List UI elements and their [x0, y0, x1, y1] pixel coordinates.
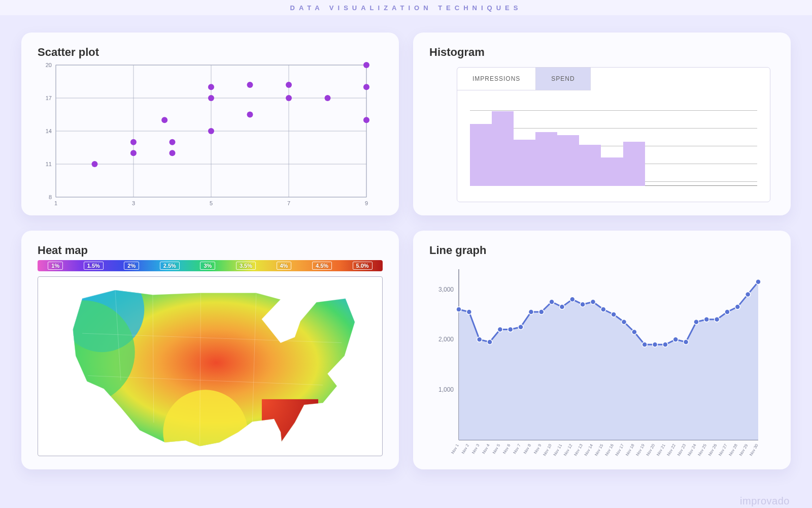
svg-point-34: [325, 95, 331, 101]
svg-point-60: [580, 302, 585, 307]
svg-text:Nov 2: Nov 2: [461, 443, 470, 455]
svg-text:Nov 15: Nov 15: [594, 443, 604, 457]
svg-text:17: 17: [46, 95, 52, 101]
svg-text:Nov 12: Nov 12: [563, 443, 573, 457]
histogram-body: [457, 91, 770, 202]
svg-point-50: [477, 337, 482, 342]
svg-text:Nov 14: Nov 14: [584, 443, 594, 457]
svg-text:14: 14: [46, 128, 52, 134]
svg-text:20: 20: [46, 62, 52, 68]
svg-text:Nov 20: Nov 20: [646, 443, 656, 457]
svg-text:7: 7: [287, 200, 290, 206]
heatmap-legend-ticks: 1%1.5%2%2.5%3%3.5%4%4.5%5.0%: [38, 260, 383, 271]
svg-point-27: [208, 128, 214, 134]
heatmap-legend-tick: 2.5%: [160, 262, 180, 270]
heatmap-legend-tick: 4.5%: [312, 262, 332, 270]
svg-point-65: [632, 330, 637, 335]
page-header-title: DATA VISUALIZATION TECHNIQUES: [290, 4, 522, 12]
histogram-card: Histogram IMPRESSIONS SPEND: [413, 33, 791, 215]
heatmap-legend-tick: 4%: [277, 262, 292, 270]
svg-text:Nov 9: Nov 9: [533, 443, 543, 455]
svg-point-30: [247, 112, 253, 118]
svg-text:Nov 26: Nov 26: [707, 443, 718, 457]
svg-point-77: [756, 279, 761, 284]
svg-point-55: [528, 309, 533, 314]
svg-point-22: [130, 150, 137, 156]
heatmap-map-frame: [38, 276, 383, 456]
histogram-frame: IMPRESSIONS SPEND: [457, 67, 770, 202]
svg-text:3,000: 3,000: [438, 286, 454, 293]
svg-point-51: [487, 339, 492, 344]
svg-text:1: 1: [54, 200, 57, 206]
svg-text:Nov 27: Nov 27: [718, 443, 728, 457]
svg-point-64: [622, 320, 627, 325]
svg-text:Nov 17: Nov 17: [615, 443, 625, 457]
brand-label: improvado: [740, 495, 790, 507]
heatmap-title: Heat map: [38, 244, 383, 257]
line-card: Line graph 1,0002,0003,000Nov 1Nov 2Nov …: [413, 231, 791, 469]
line-title: Line graph: [429, 244, 774, 257]
svg-point-56: [539, 309, 544, 314]
svg-text:8: 8: [49, 194, 52, 200]
heatmap-legend-tick: 1.5%: [84, 262, 104, 270]
svg-text:Nov 1: Nov 1: [450, 443, 460, 455]
svg-text:11: 11: [46, 161, 52, 167]
svg-point-24: [161, 117, 167, 123]
heatmap-legend-tick: 1%: [48, 262, 63, 270]
svg-rect-39: [262, 399, 318, 456]
svg-point-33: [286, 82, 292, 88]
svg-text:Nov 13: Nov 13: [573, 443, 584, 457]
chart-grid: Scatter plot 13579811141720 Histogram IM…: [0, 15, 812, 496]
svg-text:Nov 23: Nov 23: [676, 443, 687, 457]
svg-text:Nov 7: Nov 7: [513, 443, 522, 455]
svg-text:5: 5: [210, 200, 213, 206]
svg-point-28: [208, 95, 214, 101]
svg-point-48: [456, 307, 461, 312]
heatmap-legend: 1%1.5%2%2.5%3%3.5%4%4.5%5.0%: [38, 260, 383, 271]
svg-text:Nov 29: Nov 29: [738, 443, 749, 457]
svg-text:Nov 8: Nov 8: [523, 443, 532, 455]
svg-point-23: [130, 139, 137, 145]
svg-point-32: [286, 95, 292, 101]
svg-text:Nov 16: Nov 16: [604, 443, 615, 457]
line-chart: 1,0002,0003,000Nov 1Nov 2Nov 3Nov 4Nov 5…: [429, 260, 764, 463]
histogram-title: Histogram: [429, 46, 774, 59]
tab-impressions[interactable]: IMPRESSIONS: [457, 67, 536, 90]
tab-spend[interactable]: SPEND: [536, 67, 590, 90]
svg-text:Nov 25: Nov 25: [697, 443, 708, 457]
svg-text:Nov 21: Nov 21: [656, 443, 666, 457]
svg-point-67: [653, 342, 658, 347]
svg-text:Nov 18: Nov 18: [625, 443, 635, 457]
svg-point-71: [694, 320, 699, 325]
svg-point-61: [590, 299, 595, 304]
svg-point-68: [663, 342, 668, 347]
svg-point-25: [170, 150, 176, 156]
svg-point-37: [363, 62, 369, 68]
svg-point-52: [497, 327, 502, 332]
svg-point-21: [92, 161, 98, 167]
svg-point-29: [208, 84, 214, 90]
histogram-tabs: IMPRESSIONS SPEND: [457, 67, 591, 90]
svg-text:Nov 30: Nov 30: [749, 443, 759, 457]
svg-text:Nov 22: Nov 22: [666, 443, 676, 457]
scatter-card: Scatter plot 13579811141720: [21, 33, 399, 215]
svg-text:Nov 24: Nov 24: [687, 443, 697, 457]
page-header: DATA VISUALIZATION TECHNIQUES: [0, 0, 812, 15]
svg-text:Nov 4: Nov 4: [482, 443, 491, 455]
scatter-title: Scatter plot: [38, 46, 383, 59]
svg-point-76: [746, 292, 751, 297]
heatmap-card: Heat map 1%1.5%2%2.5%3%3.5%4%4.5%5.0%: [21, 231, 399, 469]
svg-point-35: [363, 117, 369, 123]
svg-point-66: [642, 342, 647, 347]
heatmap-legend-tick: 2%: [124, 262, 139, 270]
svg-text:9: 9: [365, 200, 368, 206]
svg-text:1,000: 1,000: [438, 386, 454, 393]
svg-point-62: [601, 307, 606, 312]
heatmap-legend-tick: 5.0%: [353, 262, 373, 270]
svg-point-36: [363, 84, 369, 90]
svg-text:Nov 3: Nov 3: [471, 443, 481, 455]
svg-point-59: [570, 297, 575, 302]
svg-point-54: [518, 325, 523, 330]
svg-point-73: [715, 317, 720, 322]
svg-text:Nov 19: Nov 19: [635, 443, 646, 457]
